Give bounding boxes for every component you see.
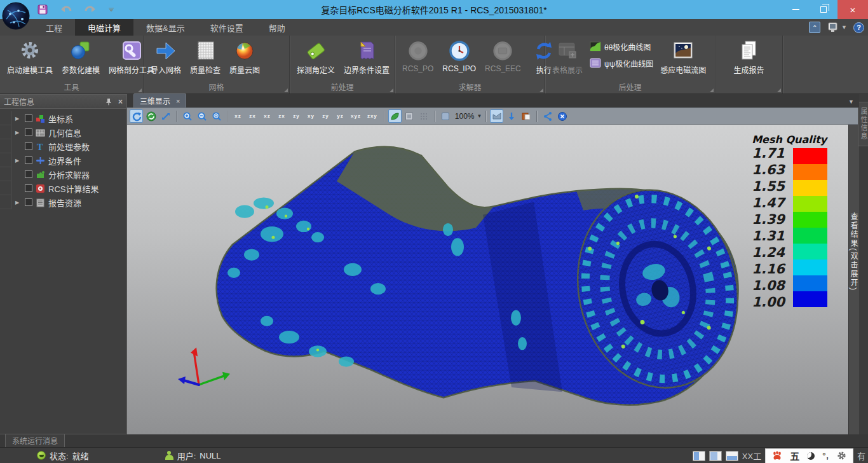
tree-item-coordinate-system[interactable]: ▶ 坐标系 xyxy=(11,111,126,125)
menu-tab-data-display[interactable]: 数据&显示 xyxy=(133,19,198,36)
points-view-button[interactable] xyxy=(417,109,431,123)
view-axis-button[interactable]: xz xyxy=(231,109,245,123)
pan-tool-button[interactable] xyxy=(159,109,172,123)
transparency-button[interactable] xyxy=(439,109,452,123)
photo-icon xyxy=(672,39,695,62)
view-axis-button[interactable]: xy xyxy=(304,109,318,123)
tree-item-boundary-conditions[interactable]: ▶ 边界条件 xyxy=(11,153,126,167)
status-value: 就绪 xyxy=(72,450,89,462)
view-axis-button[interactable]: zy xyxy=(319,109,332,123)
clip-tool-button[interactable] xyxy=(490,109,503,123)
tree-item-solver[interactable]: 分析求解器 xyxy=(11,167,126,181)
tree-checkbox[interactable] xyxy=(25,156,32,164)
snapshot-button[interactable] xyxy=(519,109,532,123)
ime-paw-icon[interactable] xyxy=(772,451,782,460)
view-axis-button[interactable]: zx xyxy=(246,109,259,123)
expander-icon[interactable]: ▶ xyxy=(15,130,22,135)
display-switch-caret-icon: ▼ xyxy=(841,24,847,31)
rcs-eec-button[interactable]: RCS_EEC xyxy=(480,38,526,74)
probe-angle-button[interactable]: 探测角定义 xyxy=(292,38,339,76)
tree-checkbox[interactable] xyxy=(25,142,32,150)
panel-close-icon[interactable]: × xyxy=(118,97,123,106)
close-button[interactable]: × xyxy=(837,0,868,19)
3d-canvas[interactable]: Mesh Quality 1.71 1.63 1.55 1.47 1.39 1.… xyxy=(127,125,848,434)
view-results-strip[interactable]: 查看结果(双击展开) xyxy=(848,125,859,434)
ime-moon-icon[interactable] xyxy=(807,452,815,460)
system-messages-tab[interactable]: 系统运行消息 xyxy=(5,434,65,447)
menu-tab-help[interactable]: 帮助 xyxy=(256,19,298,36)
tree-item-geometry-info[interactable]: ▶ 几何信息 xyxy=(11,125,126,139)
help-icon[interactable]: ? xyxy=(853,22,864,33)
app-logo-icon[interactable] xyxy=(1,1,31,31)
axis-triad xyxy=(178,347,230,385)
menu-tab-settings[interactable]: 软件设置 xyxy=(198,19,256,36)
view-axis-button[interactable]: yz xyxy=(334,109,347,123)
boundary-settings-button[interactable]: 边界条件设置 xyxy=(339,38,394,76)
layout-bottom-button[interactable] xyxy=(726,451,738,461)
zoom-fit-button[interactable] xyxy=(210,109,223,123)
tree-checkbox[interactable] xyxy=(25,128,32,136)
zoom-out-button[interactable] xyxy=(195,109,208,123)
tree-checkbox[interactable] xyxy=(25,184,32,192)
share-icon xyxy=(543,111,553,121)
import-mesh-button[interactable]: 导入网格 xyxy=(146,38,186,76)
launch-modeling-tool-button[interactable]: 启动建模工具 xyxy=(3,38,57,76)
tree-checkbox[interactable] xyxy=(25,198,32,206)
layout-split-button[interactable] xyxy=(709,451,722,461)
wireframe-view-button[interactable] xyxy=(403,109,416,123)
zoom-out-icon xyxy=(197,111,207,121)
share-link-button[interactable] xyxy=(541,109,554,123)
ime-mode-label[interactable]: 五 xyxy=(790,449,799,462)
layout-left-button[interactable] xyxy=(693,451,705,461)
zoom-in-button[interactable] xyxy=(180,109,194,123)
tree-checkbox[interactable] xyxy=(25,170,32,178)
drop-view-button[interactable] xyxy=(505,109,518,123)
psi-polar-curve-button[interactable]: ψψ极化曲线图 xyxy=(590,57,653,69)
pan-icon xyxy=(161,111,171,121)
view-axis-button[interactable]: xz xyxy=(261,109,274,123)
zoom-level-caret-icon[interactable]: ▼ xyxy=(477,113,482,119)
menu-tab-project[interactable]: 工程 xyxy=(33,19,75,36)
quality-check-button[interactable]: 质量检查 xyxy=(186,38,225,76)
rcs-po-button[interactable]: RCS_PO xyxy=(398,38,438,74)
ribbon-group-solver: RCS_PO RCS_IPO RCS_EEC 执行 求解器 xyxy=(395,36,545,93)
tab-3d-display[interactable]: 三维显示 × xyxy=(133,93,186,107)
tab-close-icon[interactable]: × xyxy=(176,97,180,105)
theta-polar-curve-button[interactable]: θθ极化曲线图 xyxy=(590,41,653,52)
ime-settings-gear-icon[interactable] xyxy=(837,451,846,460)
expander-icon[interactable]: ▶ xyxy=(15,200,22,205)
table-display-button[interactable]: 表格展示 xyxy=(548,38,587,76)
generate-report-button[interactable]: 生成报告 xyxy=(729,38,768,76)
tree-checkbox[interactable] xyxy=(25,114,32,122)
ime-toolbar[interactable]: 五 °, xyxy=(765,448,853,463)
ribbon-collapse-icon[interactable]: ⌃ xyxy=(809,22,820,33)
close-view-button[interactable] xyxy=(555,109,569,123)
legend-values: 1.71 1.63 1.55 1.47 1.39 1.31 1.24 1.16 … xyxy=(752,148,785,307)
expander-icon[interactable]: ▶ xyxy=(15,158,22,163)
view-axis-button[interactable]: zx xyxy=(275,109,288,123)
orbit-tool-button[interactable] xyxy=(144,109,158,123)
property-info-tab[interactable]: 属性信息 xyxy=(858,102,868,146)
rotate-tool-button[interactable] xyxy=(130,109,143,123)
rcs-ipo-button[interactable]: RCS_IPO xyxy=(438,38,480,74)
tree-item-report-resources[interactable]: ▶ 报告资源 xyxy=(11,195,126,209)
boundary-icon xyxy=(36,156,45,165)
induced-current-map-button[interactable]: 感应电磁流图 xyxy=(656,38,710,76)
tree-item-preprocess-params[interactable]: T 前处理参数 xyxy=(11,139,126,153)
minimize-button[interactable] xyxy=(782,0,810,19)
view-axis-button[interactable]: zxy xyxy=(365,109,380,123)
parametric-modeling-button[interactable]: 参数化建模 xyxy=(57,38,104,76)
view-axis-button[interactable]: xyz xyxy=(348,109,363,123)
expander-icon[interactable]: ▶ xyxy=(15,116,22,121)
menu-tab-em-compute[interactable]: 电磁计算 xyxy=(75,19,133,36)
pin-icon[interactable] xyxy=(105,98,112,106)
restore-button[interactable] xyxy=(810,0,837,19)
ime-punctuation-icon[interactable]: °, xyxy=(822,451,829,460)
view-axis-button[interactable]: zy xyxy=(290,109,303,123)
solver-knob-icon xyxy=(407,39,430,62)
tree-item-rcs-results[interactable]: RCS计算结果 xyxy=(11,181,126,195)
display-switch-button[interactable]: ▼ xyxy=(827,22,847,33)
tab-list-caret-icon[interactable]: ▼ xyxy=(848,99,854,105)
shaded-view-button[interactable] xyxy=(388,109,402,123)
quality-contour-button[interactable]: 质量云图 xyxy=(225,38,264,76)
